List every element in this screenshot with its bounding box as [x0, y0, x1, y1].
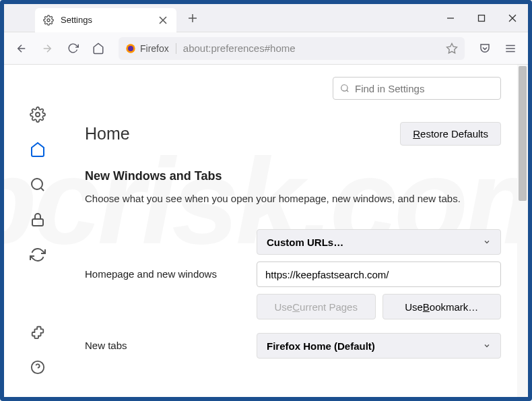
pocket-button[interactable]: [474, 38, 496, 59]
use-bookmark-button[interactable]: Use Bookmark…: [383, 294, 502, 319]
sidebar-home[interactable]: [28, 140, 47, 159]
browser-tab[interactable]: Settings: [35, 8, 176, 32]
close-tab-icon[interactable]: [158, 15, 168, 26]
restore-defaults-button[interactable]: Restore Defaults: [400, 122, 501, 146]
bookmark-star-icon[interactable]: [446, 42, 458, 55]
sidebar-help[interactable]: [28, 358, 47, 377]
svg-point-13: [341, 85, 347, 91]
sidebar-search[interactable]: [28, 175, 47, 194]
home-button[interactable]: [88, 38, 109, 59]
svg-point-9: [32, 179, 42, 189]
page-title: Home: [85, 124, 130, 144]
section-title: New Windows and Tabs: [85, 169, 501, 183]
firefox-identity: Firefox: [125, 43, 176, 54]
reload-button[interactable]: [62, 38, 84, 59]
svg-line-14: [347, 90, 349, 92]
svg-point-0: [47, 19, 50, 22]
use-current-pages-button[interactable]: Use Current Pages: [257, 294, 376, 319]
homepage-label: Homepage and new windows: [85, 261, 257, 280]
scrollbar-thumb[interactable]: [519, 66, 527, 201]
close-window-button[interactable]: [497, 4, 528, 32]
settings-search-input[interactable]: [355, 83, 494, 94]
menu-button[interactable]: [500, 38, 521, 59]
url-bar[interactable]: Firefox about:preferences#home: [119, 37, 465, 60]
newtabs-select[interactable]: Firefox Home (Default): [257, 333, 501, 359]
settings-search[interactable]: [333, 77, 501, 100]
back-button[interactable]: [11, 38, 32, 59]
gear-icon: [43, 15, 54, 26]
sidebar-sync[interactable]: [28, 245, 47, 264]
settings-sidebar: [4, 65, 71, 397]
sidebar-general[interactable]: [28, 105, 47, 124]
sidebar-extensions[interactable]: [28, 323, 47, 342]
new-tab-button[interactable]: [183, 9, 202, 28]
firefox-label: Firefox: [140, 43, 169, 54]
chevron-down-icon: [483, 342, 491, 350]
forward-button[interactable]: [36, 38, 58, 59]
nav-toolbar: Firefox about:preferences#home: [4, 32, 528, 65]
scrollbar[interactable]: [517, 65, 528, 397]
svg-rect-1: [479, 15, 485, 21]
svg-point-8: [36, 113, 40, 117]
svg-point-3: [128, 46, 133, 51]
chevron-down-icon: [483, 238, 491, 246]
url-text: about:preferences#home: [183, 42, 296, 54]
svg-line-10: [41, 188, 44, 191]
homepage-mode-select[interactable]: Custom URLs…: [257, 229, 501, 255]
section-desc: Choose what you see when you open your h…: [85, 191, 501, 206]
newtabs-value: Firefox Home (Default): [267, 340, 375, 352]
maximize-button[interactable]: [466, 4, 497, 32]
tab-title: Settings: [61, 15, 151, 25]
svg-rect-11: [32, 219, 43, 226]
homepage-url-input[interactable]: [257, 261, 501, 287]
firefox-icon: [125, 43, 136, 54]
minimize-button[interactable]: [435, 4, 466, 32]
svg-marker-4: [447, 43, 457, 53]
search-icon: [340, 84, 350, 93]
homepage-mode-value: Custom URLs…: [267, 237, 343, 248]
settings-main: Home Restore Defaults New Windows and Ta…: [71, 65, 528, 397]
titlebar: Settings: [4, 4, 528, 32]
sidebar-privacy[interactable]: [28, 210, 47, 229]
newtabs-label: New tabs: [85, 333, 257, 351]
